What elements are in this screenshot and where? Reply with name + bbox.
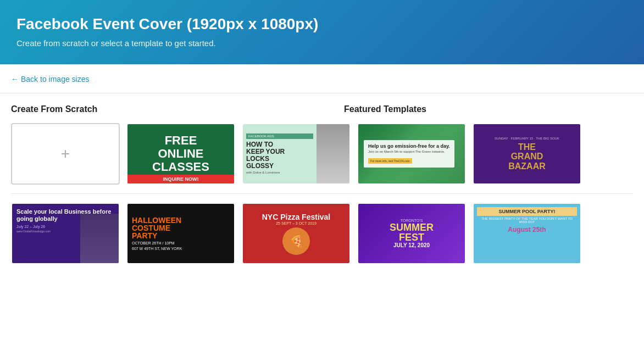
template-halloween-title: HALLOWEENCOSTUMEPARTY <box>132 216 181 240</box>
templates-row-2: Scale your local Business before going g… <box>11 203 633 264</box>
template-pizza-title: NYC Pizza Festival <box>262 213 331 221</box>
template-online-classes-subbar: INQUIRE NOW! <box>127 175 234 183</box>
plus-icon: + <box>61 146 70 161</box>
template-pool-subtitle: THE BIGGEST PARTY OF THE YEAR YOU DON'T … <box>477 217 577 224</box>
template-halloween-sub: OCTOBER 26TH / 10PM <box>132 241 175 245</box>
template-hair-image <box>317 124 349 183</box>
arrow-left-icon: ← <box>11 75 19 83</box>
template-business-subtitle: July 22 – July 26 <box>16 225 114 229</box>
templates-row-1: + FREEONLINECLASSES INQUIRE NOW! FACEBOO… <box>11 123 633 185</box>
template-pool-party[interactable]: SUMMER POOL PARTY! THE BIGGEST PARTY OF … <box>473 203 581 264</box>
template-hair-title: HOW TOKEEP YOURLOCKSGLOSSY <box>246 141 313 170</box>
template-summerfest[interactable]: TORONTO'S SUMMERFEST JULY 12, 2020 <box>357 203 466 264</box>
template-pizza-festival[interactable]: NYC Pizza Festival 25 SEPT – 3 OCT 2019 … <box>242 203 351 264</box>
template-summerfest-main: SUMMERFEST <box>390 222 434 242</box>
back-bar: ← Back to image sizes <box>0 64 644 93</box>
back-link-label: Back to image sizes <box>21 75 90 83</box>
template-eco-title: Help us go emission-free for a day. <box>368 143 450 149</box>
template-summerfest-date: JULY 12, 2020 <box>393 242 430 248</box>
template-halloween[interactable]: HALLOWEENCOSTUMEPARTY OCTOBER 26TH / 10P… <box>126 203 235 264</box>
template-business-title: Scale your local Business before going g… <box>16 208 114 222</box>
main-content: Create From Scratch Featured Templates +… <box>0 93 644 279</box>
featured-section-header: Featured Templates <box>137 104 633 114</box>
template-eco-textbox: Help us go emission-free for a day. Join… <box>364 140 454 168</box>
template-eco-btn: For more info, visit TheCFA.com <box>368 158 412 164</box>
template-halloween-address: 607 W 49th St, New York <box>132 247 182 250</box>
template-pizza-icon: 🍕 <box>282 227 310 255</box>
template-pool-title: SUMMER POOL PARTY! <box>477 207 577 216</box>
back-to-image-sizes-link[interactable]: ← Back to image sizes <box>11 75 90 83</box>
sections-header-row: Create From Scratch Featured Templates <box>11 104 633 114</box>
featured-templates-label: Featured Templates <box>344 104 426 114</box>
page-subtitle: Create from scratch or select a template… <box>16 38 628 48</box>
page-title: Facebook Event Cover (1920px x 1080px) <box>16 15 628 33</box>
template-hair-subtitle: with Dolce & Luminiere <box>246 171 313 174</box>
template-hair-tag: FACEBOOK ADS <box>246 133 313 139</box>
create-from-scratch-label: Create From Scratch <box>11 104 97 114</box>
template-pizza-dates: 25 SEPT – 3 OCT 2019 <box>276 221 317 225</box>
template-business-url: www.GlobalKnowledge.com <box>16 230 114 233</box>
template-pool-date: August 25th <box>508 226 546 233</box>
template-online-classes[interactable]: FREEONLINECLASSES INQUIRE NOW! <box>126 123 235 185</box>
template-eco-body: Join us on March 5th to support The Gree… <box>368 150 450 154</box>
template-online-classes-text: FREEONLINECLASSES <box>152 134 209 174</box>
template-hair-glossy[interactable]: FACEBOOK ADS HOW TOKEEP YOURLOCKSGLOSSY … <box>242 123 351 185</box>
scratch-section-header: Create From Scratch <box>11 104 137 114</box>
template-bazaar-small: SUNDAY · FEBRUARY 15 · THE BIG SOUK <box>495 137 559 140</box>
template-bazaar-main: THEGRANDBAZAAR <box>508 142 546 171</box>
template-business-global[interactable]: Scale your local Business before going g… <box>11 203 120 264</box>
section-divider <box>11 193 633 194</box>
template-eco-free[interactable]: Help us go emission-free for a day. Join… <box>357 123 466 185</box>
template-grand-bazaar[interactable]: SUNDAY · FEBRUARY 15 · THE BIG SOUK THEG… <box>473 123 581 185</box>
page-header: Facebook Event Cover (1920px x 1080px) C… <box>0 0 644 64</box>
create-from-scratch-card[interactable]: + <box>11 123 120 185</box>
